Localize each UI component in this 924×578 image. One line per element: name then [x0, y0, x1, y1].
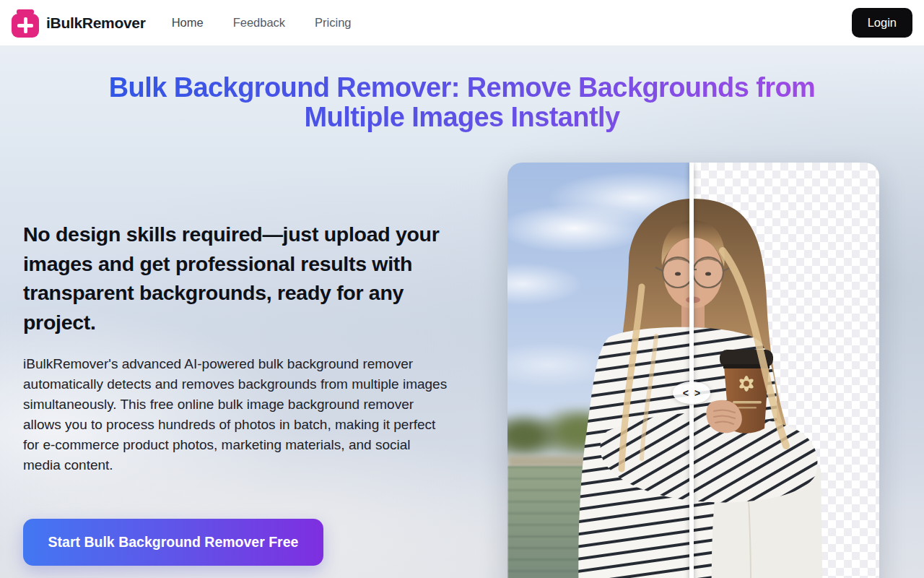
page: iBulkRemover Home Feedback Pricing Login… [0, 0, 924, 578]
hero-section: Bulk Background Remover: Remove Backgrou… [0, 46, 924, 578]
main-nav: Home Feedback Pricing [172, 16, 352, 30]
slider-left-arrow-icon: < [683, 388, 689, 398]
comparison-divider-line [689, 163, 694, 578]
brand[interactable]: iBulkRemover [12, 7, 146, 39]
nav-item-pricing[interactable]: Pricing [315, 16, 351, 30]
value-proposition-heading: No design skills required—just upload yo… [23, 220, 445, 337]
before-after-comparison: < > [507, 163, 879, 578]
brand-logo-icon [12, 7, 39, 39]
page-title: Bulk Background Remover: Remove Backgrou… [79, 73, 845, 132]
header: iBulkRemover Home Feedback Pricing Login [0, 0, 924, 46]
nav-item-feedback[interactable]: Feedback [233, 16, 285, 30]
slider-right-arrow-icon: > [694, 388, 700, 398]
comparison-slider-handle[interactable]: < > [673, 381, 710, 404]
start-free-button[interactable]: Start Bulk Background Remover Free [23, 519, 323, 566]
nav-item-home[interactable]: Home [172, 16, 204, 30]
login-button[interactable]: Login [852, 8, 912, 38]
product-description: iBulkRemover's advanced AI-powered bulk … [23, 354, 450, 475]
brand-name: iBulkRemover [46, 14, 146, 32]
